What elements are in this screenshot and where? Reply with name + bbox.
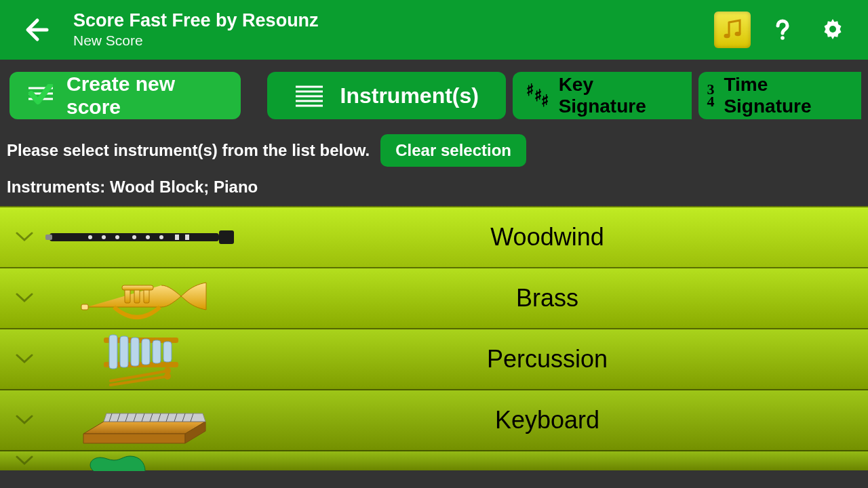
tab-time-signature[interactable]: 3 4 Time Signature xyxy=(698,72,861,119)
tab-time-label: Time Signature xyxy=(724,74,852,117)
music-note-button[interactable] xyxy=(712,9,753,50)
category-percussion[interactable]: Percussion xyxy=(0,328,868,389)
help-icon xyxy=(770,18,795,42)
arrow-left-icon xyxy=(22,16,50,43)
category-brass[interactable]: Brass xyxy=(0,267,868,328)
chevron-down-icon xyxy=(9,293,39,304)
svg-marker-41 xyxy=(83,422,205,434)
app-toolbar: Score Fast Free by Resounz New Score xyxy=(0,0,868,60)
instruction-row: Please select instrument(s) from the lis… xyxy=(0,119,868,171)
guitar-icon xyxy=(39,434,243,487)
svg-point-21 xyxy=(159,235,163,239)
svg-line-37 xyxy=(111,371,165,381)
tab-create-score[interactable]: Create new score xyxy=(9,72,241,119)
svg-point-40 xyxy=(164,373,171,380)
chevron-down-icon xyxy=(9,415,39,426)
svg-point-19 xyxy=(132,235,136,239)
svg-rect-36 xyxy=(163,342,172,362)
svg-rect-31 xyxy=(109,335,117,369)
svg-point-18 xyxy=(115,235,119,239)
svg-rect-23 xyxy=(185,235,189,240)
settings-button[interactable] xyxy=(812,9,853,50)
back-button[interactable] xyxy=(12,16,60,43)
svg-rect-33 xyxy=(131,338,139,366)
selected-instruments: Instruments: Wood Block; Piano xyxy=(0,171,868,206)
svg-rect-15 xyxy=(45,235,52,240)
instruction-text: Please select instrument(s) from the lis… xyxy=(7,141,370,160)
xylophone-icon xyxy=(39,333,243,386)
instrument-category-list: Woodwind Brass xyxy=(0,206,868,470)
category-partial[interactable] xyxy=(0,450,868,470)
svg-rect-32 xyxy=(120,336,128,367)
staff-lines-icon xyxy=(294,84,324,107)
svg-point-20 xyxy=(146,235,150,239)
svg-point-2 xyxy=(735,32,741,36)
svg-rect-28 xyxy=(122,285,153,290)
svg-point-1 xyxy=(724,34,730,38)
app-subtitle: New Score xyxy=(73,33,319,49)
time-signature-icon: 3 4 xyxy=(707,83,714,108)
svg-point-4 xyxy=(829,26,836,33)
svg-rect-35 xyxy=(153,340,161,363)
chevron-down-icon xyxy=(9,232,39,243)
svg-rect-24 xyxy=(81,304,88,310)
tab-instruments-label: Instrument(s) xyxy=(340,83,479,108)
tab-key-signature[interactable]: ♯ ♯ ♯ Key Signature xyxy=(513,72,692,119)
key-signature-icon: ♯ ♯ ♯ xyxy=(526,82,551,109)
svg-point-17 xyxy=(102,235,106,239)
step-tabs: Create new score Instrument(s) ♯ ♯ ♯ Key… xyxy=(0,60,868,119)
music-note-icon xyxy=(714,12,751,48)
svg-point-16 xyxy=(88,235,92,239)
svg-rect-34 xyxy=(142,339,150,365)
category-label: Keyboard xyxy=(243,406,852,434)
clarinet-icon xyxy=(39,211,243,264)
checklist-icon xyxy=(27,84,54,107)
svg-point-3 xyxy=(781,36,785,40)
trumpet-icon xyxy=(39,272,243,325)
tab-instruments[interactable]: Instrument(s) xyxy=(267,72,506,119)
svg-rect-14 xyxy=(219,230,234,244)
chevron-down-icon xyxy=(9,455,39,466)
svg-rect-22 xyxy=(175,235,179,240)
help-button[interactable] xyxy=(762,9,803,50)
svg-line-39 xyxy=(111,377,165,385)
tab-key-label: Key Signature xyxy=(559,74,679,117)
app-title: Score Fast Free by Resounz xyxy=(73,11,319,31)
category-woodwind[interactable]: Woodwind xyxy=(0,206,868,267)
gear-icon xyxy=(820,17,846,43)
category-label: Percussion xyxy=(243,345,852,373)
chevron-down-icon xyxy=(9,354,39,365)
tab-create-label: Create new score xyxy=(66,73,223,119)
clear-selection-button[interactable]: Clear selection xyxy=(380,134,526,167)
category-label: Woodwind xyxy=(243,223,852,251)
category-label: Brass xyxy=(243,284,852,312)
